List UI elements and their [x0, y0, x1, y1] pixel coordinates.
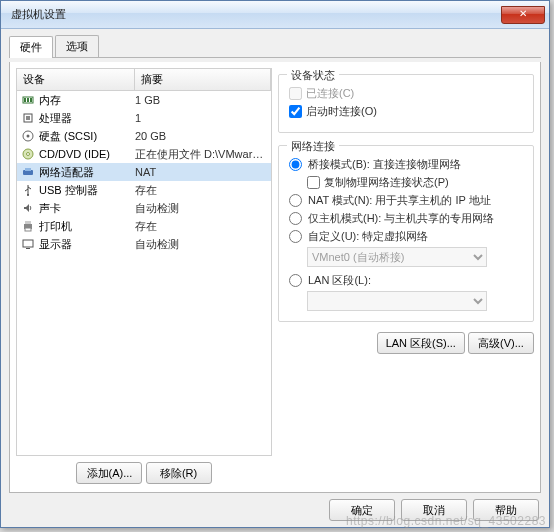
- svg-point-9: [27, 153, 30, 156]
- lan-segments-button[interactable]: LAN 区段(S)...: [377, 332, 465, 354]
- col-summary[interactable]: 摘要: [135, 69, 271, 90]
- radio-nat[interactable]: [289, 194, 302, 207]
- titlebar[interactable]: 虚拟机设置 ✕: [1, 1, 549, 29]
- svg-point-12: [27, 194, 29, 196]
- tab-strip: 硬件 选项: [9, 35, 541, 58]
- device-summary: 1: [135, 112, 267, 124]
- device-summary: 自动检测: [135, 201, 267, 216]
- svg-rect-14: [25, 221, 31, 224]
- checkbox-replicate-label: 复制物理网络连接状态(P): [324, 175, 449, 190]
- device-row-1[interactable]: 处理器1: [17, 109, 271, 127]
- status-legend: 设备状态: [287, 68, 339, 83]
- checkbox-connected[interactable]: [289, 87, 302, 100]
- checkbox-connected-label: 已连接(C): [306, 86, 354, 101]
- memory-icon: [21, 93, 35, 107]
- device-row-4[interactable]: 网络适配器NAT: [17, 163, 271, 181]
- sound-icon: [21, 201, 35, 215]
- radio-nat-line[interactable]: NAT 模式(N): 用于共享主机的 IP 地址: [289, 193, 523, 208]
- device-summary: 1 GB: [135, 94, 267, 106]
- list-header: 设备 摘要: [16, 68, 272, 91]
- dialog-button-row: 确定 取消 帮助: [9, 493, 541, 523]
- radio-bridged[interactable]: [289, 158, 302, 171]
- radio-lan-line[interactable]: LAN 区段(L):: [289, 273, 523, 288]
- device-list[interactable]: 内存1 GB处理器1硬盘 (SCSI)20 GBCD/DVD (IDE)正在使用…: [16, 91, 272, 456]
- tab-hardware[interactable]: 硬件: [9, 36, 53, 58]
- device-summary: 20 GB: [135, 130, 267, 142]
- svg-rect-5: [26, 116, 30, 120]
- svg-rect-3: [30, 98, 32, 102]
- checkbox-connected-line[interactable]: 已连接(C): [289, 86, 523, 101]
- usb-icon: [21, 183, 35, 197]
- device-summary: NAT: [135, 166, 267, 178]
- device-summary: 正在使用文件 D:\VMwareCent...: [135, 147, 267, 162]
- checkbox-replicate-line[interactable]: 复制物理网络连接状态(P): [307, 175, 523, 190]
- device-row-6[interactable]: 声卡自动检测: [17, 199, 271, 217]
- radio-hostonly-label: 仅主机模式(H): 与主机共享的专用网络: [308, 211, 494, 226]
- checkbox-connect-on-start[interactable]: [289, 105, 302, 118]
- radio-lan-label: LAN 区段(L):: [308, 273, 371, 288]
- settings-pane: 设备状态 已连接(C) 启动时连接(O) 网络连接 桥接模式(B): 直接连接物: [278, 68, 534, 486]
- hardware-panel: 设备 摘要 内存1 GB处理器1硬盘 (SCSI)20 GBCD/DVD (ID…: [9, 62, 541, 493]
- device-name: 处理器: [39, 111, 135, 126]
- radio-hostonly-line[interactable]: 仅主机模式(H): 与主机共享的专用网络: [289, 211, 523, 226]
- custom-network-combo[interactable]: VMnet0 (自动桥接): [307, 247, 487, 267]
- device-name: CD/DVD (IDE): [39, 148, 135, 160]
- advanced-button[interactable]: 高级(V)...: [468, 332, 534, 354]
- device-name: 声卡: [39, 201, 135, 216]
- group-network-connection: 网络连接 桥接模式(B): 直接连接物理网络 复制物理网络连接状态(P) NAT…: [278, 145, 534, 322]
- svg-rect-16: [23, 240, 33, 247]
- display-icon: [21, 237, 35, 251]
- radio-custom[interactable]: [289, 230, 302, 243]
- radio-nat-label: NAT 模式(N): 用于共享主机的 IP 地址: [308, 193, 491, 208]
- device-name: 网络适配器: [39, 165, 135, 180]
- content-area: 硬件 选项 设备 摘要 内存1 GB处理器1硬盘 (SCSI)20 GBCD/D…: [1, 29, 549, 527]
- add-button[interactable]: 添加(A)...: [76, 462, 142, 484]
- device-summary: 存在: [135, 183, 267, 198]
- network-legend: 网络连接: [287, 139, 339, 154]
- ok-button[interactable]: 确定: [329, 499, 395, 521]
- dialog-window: 虚拟机设置 ✕ 硬件 选项 设备 摘要 内存1 GB处理器1硬盘 (SCSI)2…: [0, 0, 550, 528]
- svg-rect-17: [26, 248, 30, 249]
- window-title: 虚拟机设置: [5, 7, 501, 22]
- close-button[interactable]: ✕: [501, 6, 545, 24]
- device-summary: 自动检测: [135, 237, 267, 252]
- device-list-container: 设备 摘要 内存1 GB处理器1硬盘 (SCSI)20 GBCD/DVD (ID…: [16, 68, 272, 486]
- device-row-2[interactable]: 硬盘 (SCSI)20 GB: [17, 127, 271, 145]
- radio-bridged-label: 桥接模式(B): 直接连接物理网络: [308, 157, 461, 172]
- lan-segment-combo[interactable]: [307, 291, 487, 311]
- device-row-8[interactable]: 显示器自动检测: [17, 235, 271, 253]
- device-name: USB 控制器: [39, 183, 135, 198]
- device-summary: 存在: [135, 219, 267, 234]
- checkbox-connect-on-start-line[interactable]: 启动时连接(O): [289, 104, 523, 119]
- device-name: 硬盘 (SCSI): [39, 129, 135, 144]
- cd-icon: [21, 147, 35, 161]
- help-button[interactable]: 帮助: [473, 499, 539, 521]
- device-row-7[interactable]: 打印机存在: [17, 217, 271, 235]
- device-name: 内存: [39, 93, 135, 108]
- svg-rect-11: [25, 168, 31, 171]
- col-device[interactable]: 设备: [17, 69, 135, 90]
- device-name: 显示器: [39, 237, 135, 252]
- disk-icon: [21, 129, 35, 143]
- svg-rect-1: [24, 98, 26, 102]
- checkbox-replicate[interactable]: [307, 176, 320, 189]
- device-row-0[interactable]: 内存1 GB: [17, 91, 271, 109]
- radio-bridged-line[interactable]: 桥接模式(B): 直接连接物理网络: [289, 157, 523, 172]
- tab-options[interactable]: 选项: [55, 35, 99, 57]
- svg-rect-2: [27, 98, 29, 102]
- svg-point-7: [27, 135, 30, 138]
- net-icon: [21, 165, 35, 179]
- cpu-icon: [21, 111, 35, 125]
- right-button-row: LAN 区段(S)... 高级(V)...: [278, 328, 534, 354]
- device-name: 打印机: [39, 219, 135, 234]
- device-row-5[interactable]: USB 控制器存在: [17, 181, 271, 199]
- remove-button[interactable]: 移除(R): [146, 462, 212, 484]
- radio-hostonly[interactable]: [289, 212, 302, 225]
- cancel-button[interactable]: 取消: [401, 499, 467, 521]
- printer-icon: [21, 219, 35, 233]
- radio-custom-label: 自定义(U): 特定虚拟网络: [308, 229, 428, 244]
- radio-lan[interactable]: [289, 274, 302, 287]
- device-row-3[interactable]: CD/DVD (IDE)正在使用文件 D:\VMwareCent...: [17, 145, 271, 163]
- radio-custom-line[interactable]: 自定义(U): 特定虚拟网络: [289, 229, 523, 244]
- left-button-row: 添加(A)... 移除(R): [16, 456, 272, 486]
